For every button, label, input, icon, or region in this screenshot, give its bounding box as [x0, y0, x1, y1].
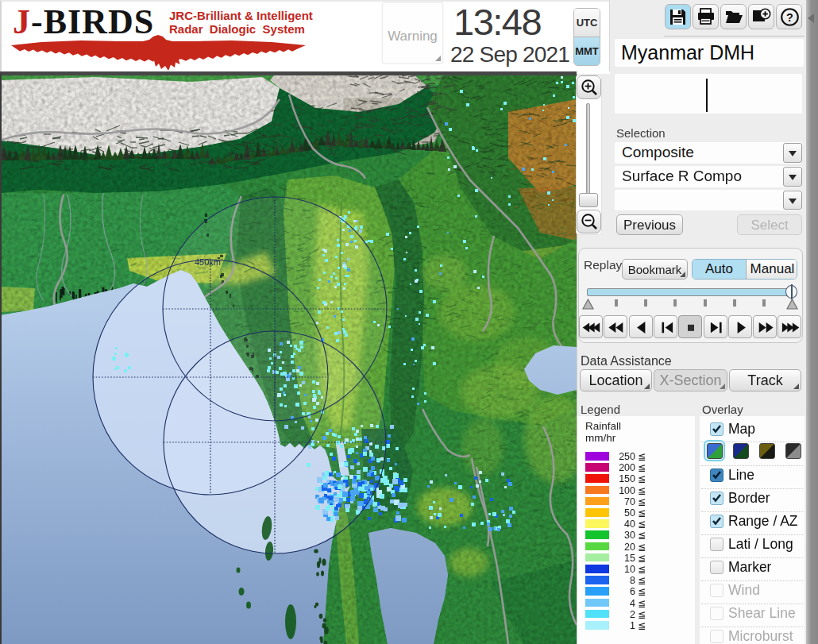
svg-text:?: ? — [786, 11, 793, 24]
svg-text:450km: 450km — [195, 257, 221, 267]
